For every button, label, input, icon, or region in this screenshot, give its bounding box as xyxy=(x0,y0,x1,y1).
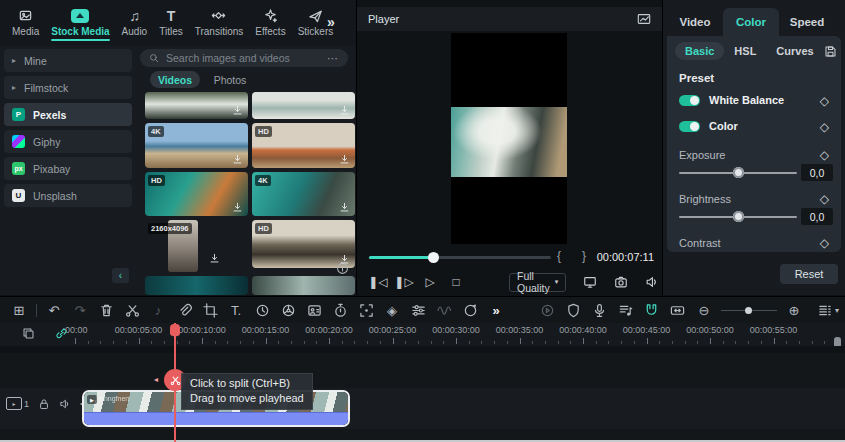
subtab-basic[interactable]: Basic xyxy=(675,42,724,60)
stock-thumbnail-underwater-plant-video[interactable]: HD xyxy=(145,172,248,216)
color-keyframe-diamond[interactable]: ◇ xyxy=(820,120,829,134)
tab-effects[interactable]: Effects xyxy=(249,5,291,37)
white-balance-toggle[interactable] xyxy=(679,95,700,106)
timeline-zoom-slider[interactable] xyxy=(721,305,777,315)
zoom-out-icon[interactable]: ⊖ xyxy=(691,299,717,321)
sidebar-item-giphy[interactable]: Giphy xyxy=(4,130,132,153)
next-frame-button[interactable]: ❚▷ xyxy=(391,275,417,289)
color-toggle[interactable] xyxy=(679,121,700,132)
denoise-icon[interactable] xyxy=(431,299,457,321)
brightness-keyframe-diamond[interactable]: ◇ xyxy=(820,192,829,206)
playback-progress-track[interactable] xyxy=(369,256,551,259)
paperclip-icon[interactable] xyxy=(171,299,197,321)
download-icon[interactable] xyxy=(232,154,243,165)
search-bar[interactable]: Search images and videos ⋯ xyxy=(140,49,348,67)
portrait-mask-icon[interactable] xyxy=(301,299,327,321)
record-icon[interactable] xyxy=(457,299,483,321)
stopwatch-icon[interactable] xyxy=(327,299,353,321)
crop-icon[interactable] xyxy=(197,299,223,321)
audio-mixer-icon[interactable] xyxy=(613,299,639,321)
stock-thumbnail-shore-video[interactable] xyxy=(252,276,355,295)
stock-thumbnail-coast-aerial-video[interactable]: 4K xyxy=(252,172,355,216)
stock-thumbnail-ocean-wave-video[interactable] xyxy=(252,92,355,119)
zoom-in-icon[interactable]: ⊕ xyxy=(781,299,807,321)
voiceover-mic-icon[interactable] xyxy=(587,299,613,321)
preview-window-icon[interactable] xyxy=(637,12,651,26)
music-note-icon[interactable]: ♪ xyxy=(145,299,171,321)
brightness-value[interactable]: 0,0 xyxy=(801,208,833,225)
play-button[interactable]: ▷ xyxy=(417,275,443,289)
exposure-value[interactable]: 0,0 xyxy=(801,164,833,181)
previous-frame-button[interactable]: ❚◁ xyxy=(365,275,391,289)
redo-icon[interactable]: ↷ xyxy=(67,299,93,321)
mirror-display-icon[interactable] xyxy=(583,275,597,289)
exposure-slider[interactable] xyxy=(679,168,797,178)
tab-titles[interactable]: TTitles xyxy=(153,5,189,37)
track-manage-icon[interactable]: ▾ xyxy=(817,303,839,318)
sidebar-item-filmstock[interactable]: ▸Filmstock xyxy=(4,76,132,99)
download-icon[interactable] xyxy=(232,202,243,213)
exposure-keyframe-diamond[interactable]: ◇ xyxy=(820,148,829,162)
text-tool-icon[interactable]: T. xyxy=(223,299,249,321)
tab-photos[interactable]: Photos xyxy=(208,71,252,88)
sidebar-item-mine[interactable]: ▸Mine xyxy=(4,49,132,72)
render-preview-icon[interactable] xyxy=(535,299,561,321)
tab-transitions[interactable]: Transitions xyxy=(189,5,250,37)
auto-ripple-icon[interactable] xyxy=(639,299,665,321)
color-wheel-icon[interactable] xyxy=(275,299,301,321)
adjustment-icon[interactable] xyxy=(405,299,431,321)
stock-thumbnail-teal-water-video[interactable] xyxy=(145,276,248,295)
playback-progress-knob[interactable] xyxy=(428,252,439,263)
quality-dropdown[interactable]: Full Quality ▾ xyxy=(509,273,566,292)
undo-icon[interactable]: ↶ xyxy=(41,299,67,321)
stock-thumbnail-beach-video[interactable]: 4K xyxy=(145,123,248,168)
contrast-keyframe-diamond[interactable]: ◇ xyxy=(820,236,829,250)
brightness-slider[interactable] xyxy=(679,212,797,222)
split-icon[interactable] xyxy=(119,299,145,321)
timeline-ruler[interactable]: :00:0000:00:05:0000:00:10:0000:00:15:000… xyxy=(0,323,845,346)
tab-videos[interactable]: Videos xyxy=(150,71,200,88)
sidebar-item-pixabay[interactable]: pxPixabay xyxy=(4,157,132,180)
brightness-slider-knob[interactable] xyxy=(733,211,744,222)
speaker-icon[interactable] xyxy=(645,275,659,289)
reset-button[interactable]: Reset xyxy=(780,264,838,284)
download-icon[interactable] xyxy=(209,253,220,264)
tab-stock-media[interactable]: Stock Media xyxy=(45,5,115,37)
marker-copy-icon[interactable] xyxy=(22,327,35,340)
download-icon[interactable] xyxy=(339,202,350,213)
sidebar-item-unsplash[interactable]: UUnsplash xyxy=(4,184,132,207)
download-icon[interactable] xyxy=(339,105,350,116)
tab-speed[interactable]: Speed xyxy=(779,8,835,36)
delete-icon[interactable] xyxy=(93,299,119,321)
motion-tracking-icon[interactable] xyxy=(353,299,379,321)
sidebar-item-pexels[interactable]: PPexels xyxy=(4,103,132,126)
save-preset-icon[interactable] xyxy=(824,45,837,58)
search-more-icon[interactable]: ⋯ xyxy=(327,52,339,65)
collapse-sidebar-button[interactable]: ‹ xyxy=(112,268,129,283)
mask-icon[interactable] xyxy=(561,299,587,321)
white-balance-keyframe-diamond[interactable]: ◇ xyxy=(820,94,829,108)
keyframe-icon[interactable]: ◈ xyxy=(379,299,405,321)
stop-button[interactable]: □ xyxy=(443,275,469,289)
speed-clock-icon[interactable] xyxy=(249,299,275,321)
zoom-slider-knob[interactable] xyxy=(745,307,752,314)
tab-audio[interactable]: ♫Audio xyxy=(116,5,154,37)
tab-media[interactable]: Media xyxy=(6,5,45,37)
stock-thumbnail-portrait-video[interactable]: 2160x4096 xyxy=(145,220,248,272)
playhead-pin[interactable] xyxy=(170,324,180,336)
stock-thumbnail-waterfall-video[interactable] xyxy=(145,92,248,119)
stock-thumbnail-camper-van-video[interactable]: HD xyxy=(252,123,355,168)
tab-color[interactable]: Color xyxy=(723,8,779,36)
stock-thumbnail-mountain-video[interactable]: HD xyxy=(252,220,355,268)
fit-timeline-icon[interactable] xyxy=(665,299,691,321)
more-tabs-chevron-icon[interactable]: » xyxy=(327,14,335,30)
media-grid-icon[interactable]: ⊞ xyxy=(6,299,32,321)
subtab-hsl[interactable]: HSL xyxy=(724,42,766,60)
exposure-slider-knob[interactable] xyxy=(733,167,744,178)
mute-speaker-icon[interactable] xyxy=(59,398,71,410)
download-icon[interactable] xyxy=(339,154,350,165)
download-icon[interactable] xyxy=(339,254,350,265)
subtab-curves[interactable]: Curves xyxy=(766,42,823,60)
lock-icon[interactable] xyxy=(38,398,50,410)
tab-video[interactable]: Video xyxy=(667,8,723,36)
